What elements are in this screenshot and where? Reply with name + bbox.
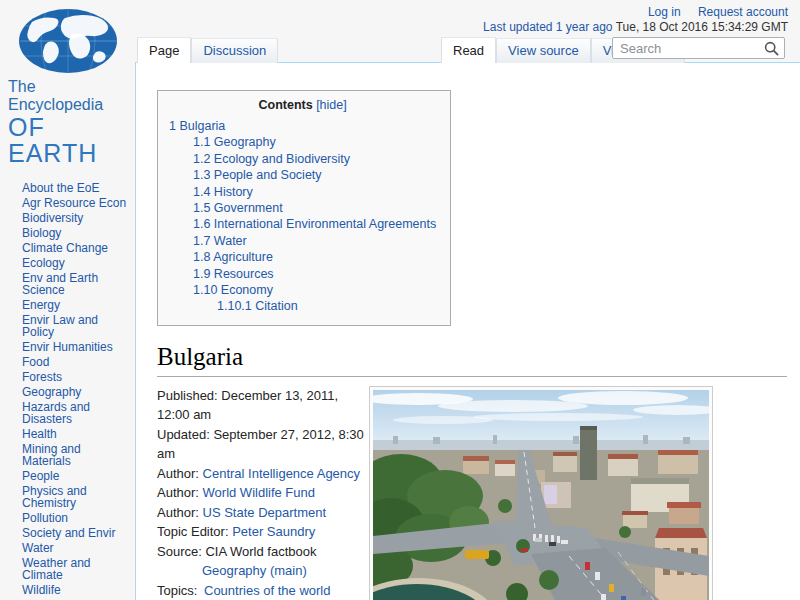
toc-item-label: 1.9 Resources	[193, 267, 274, 281]
meta-row-topics: Topics:Countries of the world (main)	[157, 581, 369, 600]
sidebar-item-label: Food	[22, 355, 49, 369]
toc-item-label: 1.3 People and Society	[193, 168, 322, 182]
sidebar-item-forests[interactable]: Forests	[0, 369, 135, 384]
sidebar-item-about-the-eoe[interactable]: About the EoE	[0, 180, 135, 195]
toc-item-label: 1 Bulgaria	[169, 119, 225, 133]
last-updated-link[interactable]: Last updated 1 year ago	[483, 20, 612, 34]
sidebar-item-wildlife[interactable]: Wildlife	[0, 582, 135, 597]
sidebar-item-envir-law-and-policy[interactable]: Envir Law and Policy	[0, 312, 135, 339]
toc-item-label: 1.5 Government	[193, 201, 283, 215]
meta-value-link[interactable]: Central Intelligence Agency	[203, 466, 361, 481]
toc-list: 1 Bulgaria1.1 Geography1.2 Ecology and B…	[169, 118, 436, 315]
toc-item[interactable]: 1.4 History	[169, 184, 436, 200]
sidebar: The Encyclopedia OF EARTH About the EoEA…	[0, 0, 135, 600]
meta-label: Author:	[157, 485, 203, 500]
magnifier-icon[interactable]	[764, 41, 779, 60]
login-link[interactable]: Log in	[648, 5, 681, 19]
sidebar-item-label: Physics and Chemistry	[22, 484, 87, 510]
toc-item[interactable]: 1.8 Agriculture	[169, 249, 436, 265]
toc-item[interactable]: 1.10 Economy	[169, 282, 436, 298]
sidebar-item-geography[interactable]: Geography	[0, 384, 135, 399]
meta-value-link[interactable]: World Wildlife Fund	[203, 485, 315, 500]
sidebar-item-label: Climate Change	[22, 241, 108, 255]
sidebar-item-agr-resource-econ[interactable]: Agr Resource Econ	[0, 195, 135, 210]
tab-read[interactable]: Read	[441, 37, 496, 63]
toc-item-label: 1.10.1 Citation	[217, 299, 298, 313]
toc-item-label: 1.1 Geography	[193, 135, 276, 149]
table-of-contents: Contents [hide] 1 Bulgaria1.1 Geography1…	[157, 90, 451, 326]
sidebar-item-pollution[interactable]: Pollution	[0, 510, 135, 525]
meta-value-link[interactable]: US State Department	[203, 505, 327, 520]
site-logo[interactable]: The Encyclopedia OF EARTH	[0, 0, 135, 166]
sidebar-item-label: People	[22, 469, 59, 483]
meta-value-link[interactable]: Countries of the world (main)	[204, 583, 330, 600]
toc-header: Contents [hide]	[169, 98, 436, 112]
personal-bar: Log in Request account Last updated 1 ye…	[483, 5, 788, 35]
tab-page[interactable]: Page	[137, 37, 191, 63]
toc-item[interactable]: 1 Bulgaria	[169, 118, 436, 134]
toc-item[interactable]: 1.1 Geography	[169, 134, 436, 150]
meta-label: Updated:	[157, 427, 213, 442]
toc-item[interactable]: 1.2 Ecology and Biodiversity	[169, 151, 436, 167]
toc-item[interactable]: 1.10.1 Citation	[169, 298, 436, 314]
meta-label: Source:	[157, 544, 205, 559]
request-account-link[interactable]: Request account	[698, 5, 788, 19]
sidebar-item-mining-and-materials[interactable]: Mining and Materials	[0, 441, 135, 468]
last-updated-row: Last updated 1 year ago Tue, 18 Oct 2016…	[483, 20, 788, 35]
logo-text-line2: OF EARTH	[8, 114, 135, 166]
meta-value-link[interactable]: Peter Saundry	[232, 524, 315, 539]
toc-item-label: 1.7 Water	[193, 234, 247, 248]
search-box	[612, 37, 785, 59]
sidebar-item-label: Health	[22, 427, 57, 441]
sidebar-item-hazards-and-disasters[interactable]: Hazards and Disasters	[0, 399, 135, 426]
sidebar-item-people[interactable]: People	[0, 468, 135, 483]
sidebar-item-label: Ecology	[22, 256, 65, 270]
personal-links: Log in Request account	[483, 5, 788, 20]
tab-view-source[interactable]: View source	[496, 38, 591, 63]
sidebar-item-label: Weather and Climate	[22, 556, 91, 582]
toc-hide-toggle[interactable]: [hide]	[316, 98, 347, 112]
sidebar-item-physics-and-chemistry[interactable]: Physics and Chemistry	[0, 483, 135, 510]
tab-discussion[interactable]: Discussion	[191, 38, 278, 63]
page-tabs: PageDiscussion	[137, 37, 278, 63]
sidebar-item-biology[interactable]: Biology	[0, 225, 135, 240]
sidebar-item-label: Forests	[22, 370, 62, 384]
sidebar-item-biodiversity[interactable]: Biodiversity	[0, 210, 135, 225]
meta-label: Topic Editor:	[157, 524, 232, 539]
toc-item[interactable]: 1.9 Resources	[169, 266, 436, 282]
meta-row-author: Author: Central Intelligence Agency	[157, 464, 369, 484]
meta-row-source: Source: CIA World factbook	[157, 542, 369, 562]
sidebar-item-label: Envir Humanities	[22, 340, 113, 354]
search-input[interactable]	[613, 38, 761, 58]
toc-item[interactable]: 1.3 People and Society	[169, 167, 436, 183]
sidebar-item-water[interactable]: Water	[0, 540, 135, 555]
sidebar-item-label: Biology	[22, 226, 61, 240]
toc-item[interactable]: 1.7 Water	[169, 233, 436, 249]
sidebar-item-ecology[interactable]: Ecology	[0, 255, 135, 270]
toc-item-label: 1.4 History	[193, 185, 253, 199]
sidebar-item-weather-and-climate[interactable]: Weather and Climate	[0, 555, 135, 582]
meta-row-published: Published: December 13, 2011, 12:00 am	[157, 386, 369, 425]
sidebar-item-label: Agr Resource Econ	[22, 196, 126, 210]
toc-item[interactable]: 1.6 International Environmental Agreemen…	[169, 216, 436, 232]
sidebar-item-env-and-earth-science[interactable]: Env and Earth Science	[0, 270, 135, 297]
sidebar-item-label: Society and Envir	[22, 526, 115, 540]
sidebar-item-energy[interactable]: Energy	[0, 297, 135, 312]
sidebar-item-label: Hazards and Disasters	[22, 400, 90, 426]
sidebar-item-label: About the EoE	[22, 181, 99, 195]
tabs-row: PageDiscussion ReadView sourceView histo…	[135, 36, 800, 62]
meta-row-topiceditor: Topic Editor: Peter Saundry	[157, 522, 369, 542]
meta-value-link[interactable]: Geography (main)	[202, 563, 307, 578]
sidebar-item-society-and-envir[interactable]: Society and Envir	[0, 525, 135, 540]
toc-item[interactable]: 1.5 Government	[169, 200, 436, 216]
sidebar-item-climate-change[interactable]: Climate Change	[0, 240, 135, 255]
sidebar-item-food[interactable]: Food	[0, 354, 135, 369]
sidebar-item-envir-humanities[interactable]: Envir Humanities	[0, 339, 135, 354]
meta-row-author: Author: US State Department	[157, 503, 369, 523]
sofia-cityscape-photo[interactable]	[373, 390, 709, 600]
toc-item-label: 1.6 International Environmental Agreemen…	[193, 217, 436, 231]
sidebar-item-health[interactable]: Health	[0, 426, 135, 441]
article-photo-frame	[369, 386, 713, 600]
logo-text-line1: The Encyclopedia	[8, 78, 135, 114]
article-metadata: Published: December 13, 2011, 12:00 amUp…	[157, 386, 369, 600]
